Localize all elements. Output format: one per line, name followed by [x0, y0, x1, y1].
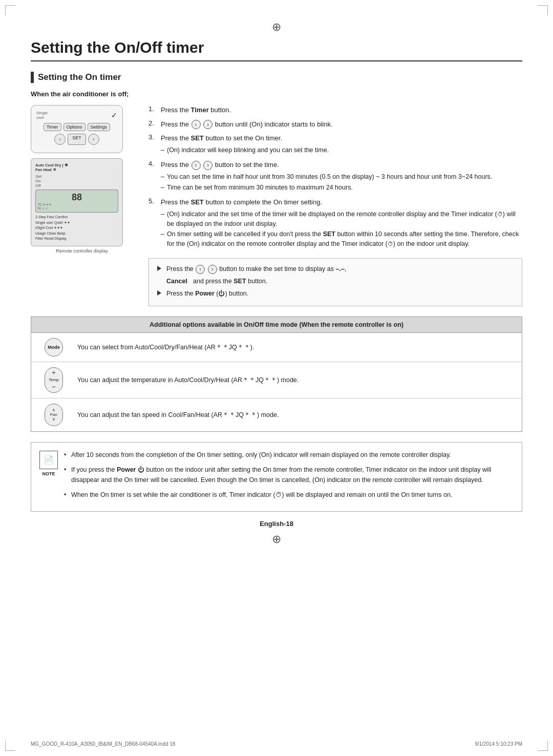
- step-4-sub-2: Time can be set from minimum 30 minutes …: [161, 183, 522, 193]
- page-footer: MG_GOOD_R-410A_A3050_IB&IM_EN_DB68-04540…: [0, 741, 553, 747]
- cancel-left-icon: ‹: [196, 265, 205, 274]
- corner-mark-tl: [5, 5, 15, 15]
- note-item-1: After 10 seconds from the completion of …: [64, 450, 514, 460]
- images-column: Singleuser ✓ Timer Options Settings ‹ SE…: [31, 105, 133, 306]
- step-4-sublist: You can set the time in half hour unit f…: [161, 172, 522, 193]
- remote-controller-top: Singleuser ✓ Timer Options Settings ‹ SE…: [31, 105, 123, 153]
- step-1-num: 1.: [148, 105, 158, 115]
- temp-button[interactable]: + Temp –: [45, 367, 63, 393]
- remote-checkmark-icon: ✓: [111, 111, 117, 119]
- page-title: Setting the On/Off timer: [31, 39, 522, 61]
- step-5-bold: SET: [191, 198, 204, 206]
- note-document-icon: 📄: [39, 451, 58, 469]
- step-3-sub-1: (On) indicator will keep blinking and yo…: [161, 145, 522, 155]
- cancel-set-bold: SET: [233, 278, 246, 285]
- options-row-temp: + Temp – You can adjust the temperature …: [31, 362, 522, 398]
- note-timer-icon: ⏱: [275, 491, 282, 498]
- options-row-fan: ∧ Fan ∨ You can adjust the fan speed in …: [31, 398, 522, 431]
- cancel-dashes: –.–: [335, 265, 344, 272]
- note-power-icon: ⏻: [138, 466, 144, 473]
- note-box: 📄 NOTE After 10 seconds from the complet…: [31, 442, 522, 512]
- remote-right-btn[interactable]: ›: [88, 134, 99, 145]
- step-3-content: Press the SET button to set the On timer…: [161, 133, 522, 156]
- fan-button[interactable]: ∧ Fan ∨: [45, 404, 63, 426]
- note-power-bold: Power: [117, 466, 136, 473]
- step-4-num: 4.: [148, 160, 158, 193]
- options-row-mode: Mode You can select from Auto/Cool/Dry/F…: [31, 333, 522, 362]
- cancel-label: Cancel: [166, 276, 188, 286]
- cancel-power-bold: Power: [195, 290, 215, 297]
- section-heading: Setting the On timer: [31, 72, 522, 83]
- triangle-icon-1: [157, 266, 161, 271]
- top-compass-icon: ⊕: [31, 20, 522, 34]
- footer-date: 9/1/2014 5:10:23 PM: [475, 741, 522, 747]
- note-list: After 10 seconds from the completion of …: [64, 450, 514, 500]
- mode-button[interactable]: Mode: [45, 338, 63, 356]
- cancel-row-1-text: Press the ‹ › button to make the set tim…: [166, 264, 346, 274]
- fan-text: You can adjust the fan speed in Cool/Fan…: [77, 410, 515, 420]
- note-header: 📄 NOTE After 10 seconds from the complet…: [39, 450, 514, 505]
- step-2: 2. Press the ‹ › button until (On) indic…: [148, 119, 522, 130]
- note-label: NOTE: [39, 470, 58, 478]
- display-menu: 2-Step Fast Comfort Single user Quiet ✦✦…: [35, 215, 118, 242]
- step-3-bold: SET: [191, 134, 204, 142]
- options-table: Additional options available in On/Off t…: [31, 317, 522, 432]
- cancel-row-2: Cancel and press the SET button.: [157, 276, 514, 286]
- remote-options-btn[interactable]: Options: [63, 123, 86, 131]
- display-screen: 88 °C ≡ ≡ ≡hr ⌂ ⌂: [35, 190, 118, 213]
- cancel-right-icon: ›: [208, 265, 217, 274]
- remote-set-btn[interactable]: SET: [68, 134, 86, 145]
- step-5-sub-2: On timer setting will be cancelled if yo…: [161, 229, 522, 249]
- mode-label: Mode: [48, 345, 60, 350]
- step-2-content: Press the ‹ › button until (On) indicato…: [161, 119, 522, 130]
- fan-icon-cell: ∧ Fan ∨: [38, 404, 69, 426]
- remote-timer-btn[interactable]: Timer: [44, 123, 61, 131]
- note-item-3: When the On timer is set while the air c…: [64, 490, 514, 500]
- step-5-content: Press the SET button to complete the On …: [161, 197, 522, 250]
- timer-icon-2: ⏱: [388, 241, 393, 247]
- cancel-row-1: Press the ‹ › button to make the set tim…: [157, 264, 514, 274]
- temp-icon-cell: + Temp –: [38, 367, 69, 393]
- remote-nav-row: ‹ SET ›: [36, 134, 117, 145]
- remote-label: Remote controller display: [31, 248, 133, 254]
- remote-settings-btn[interactable]: Settings: [88, 123, 111, 131]
- footer-file: MG_GOOD_R-410A_A3050_IB&IM_EN_DB68-04540…: [31, 741, 175, 747]
- note-item-2: If you press the Power ⏻ button on the i…: [64, 465, 514, 486]
- timer-icon-1: ⏱: [497, 211, 503, 217]
- page: ⊕ Setting the On/Off timer Setting the O…: [0, 0, 553, 756]
- mode-text: You can select from Auto/Cool/Dry/Fan/He…: [77, 343, 515, 352]
- sub-heading: When the air conditioner is off;: [31, 90, 522, 98]
- step-2-left-icon: ‹: [192, 120, 201, 129]
- temp-text: You can adjust the temperature in Auto/C…: [77, 375, 515, 385]
- step-1: 1. Press the Timer button.: [148, 105, 522, 115]
- triangle-icon-2: [157, 290, 161, 296]
- step-5-set-bold: SET: [323, 230, 335, 238]
- note-content: After 10 seconds from the completion of …: [64, 450, 514, 505]
- step-5-sub-1: (On) indicator and the set time of the t…: [161, 209, 522, 229]
- temp-plus: +: [52, 369, 55, 376]
- fan-up: ∧: [52, 408, 55, 412]
- remote-left-btn[interactable]: ‹: [54, 134, 66, 145]
- bottom-compass-icon: ⊕: [31, 533, 522, 546]
- display-set-on: SetOnOff: [35, 174, 118, 188]
- display-modes: Auto Cool Dry | ❄Fan Heat ☀: [35, 163, 118, 172]
- cancel-and-set: and press the SET button.: [193, 276, 267, 286]
- cancel-row-3-text: Press the Power (⏻) button.: [166, 288, 248, 299]
- cancel-box: Press the ‹ › button to make the set tim…: [148, 258, 522, 306]
- options-table-header: Additional options available in On/Off t…: [31, 317, 522, 333]
- step-5-num: 5.: [148, 197, 158, 250]
- display-indicators: °C ≡ ≡ ≡hr ⌂ ⌂: [38, 203, 116, 210]
- steps-list: 1. Press the Timer button. 2. Press the …: [148, 105, 522, 250]
- step-3-num: 3.: [148, 133, 158, 156]
- corner-mark-tr: [538, 5, 548, 15]
- step-4-right-icon: ›: [203, 161, 212, 170]
- cancel-row-3: Press the Power (⏻) button.: [157, 288, 514, 299]
- main-content: Singleuser ✓ Timer Options Settings ‹ SE…: [31, 105, 522, 306]
- remote-top-row: Singleuser ✓: [36, 111, 117, 120]
- display-temp-value: 88: [38, 192, 116, 203]
- step-2-num: 2.: [148, 119, 158, 130]
- remote-single-user: Singleuser: [36, 111, 48, 120]
- instructions-column: 1. Press the Timer button. 2. Press the …: [148, 105, 522, 306]
- step-4: 4. Press the ‹ › button to set the time.…: [148, 160, 522, 193]
- temp-minus: –: [52, 383, 56, 390]
